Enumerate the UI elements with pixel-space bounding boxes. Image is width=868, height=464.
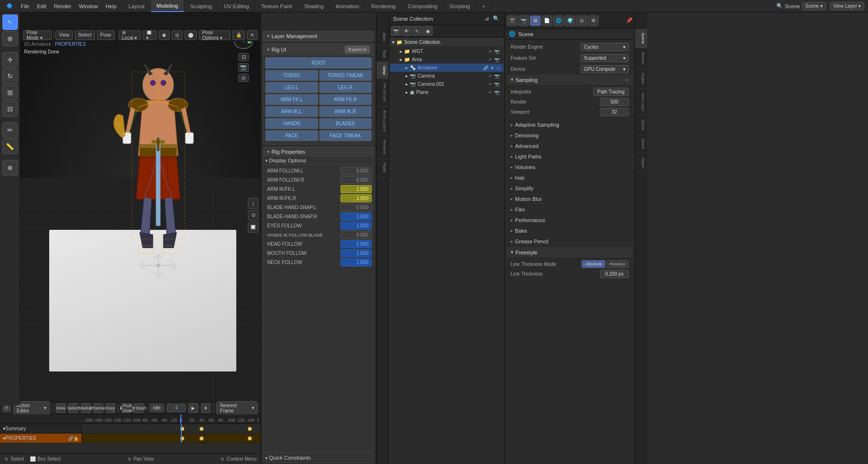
timeline-marker-btn[interactable]: Marker [81,403,91,413]
pose-menu[interactable]: Pose [97,30,115,40]
scene-collection-header[interactable]: ▾ 📁 Scene Collection [390,38,503,46]
tool-annotate[interactable]: ✏ [2,122,18,138]
line-thickness-value[interactable]: 0.200 px [600,270,629,278]
torso-tweak-btn[interactable]: TORSO-TWEAK [319,70,372,81]
outliner-search[interactable]: 🔍 [492,14,501,23]
volumes-section[interactable]: ▸ Volumes [507,162,633,172]
tab-layout[interactable]: Layout [123,0,151,12]
vtab-item[interactable]: Item [377,29,389,46]
leg-r-btn[interactable]: LEG.R [319,82,372,93]
adaptive-sampling-section[interactable]: ▸ Adaptive Sampling [507,120,633,130]
prop-arm-follow-l-val[interactable]: 0.000 [340,167,372,175]
tab-animation[interactable]: Animation [330,0,366,12]
render-engine-dropdown[interactable]: Cycles▾ [581,43,629,51]
tool-scale[interactable]: ⊞ [2,85,18,100]
prop-icon-render[interactable]: 📷 [518,15,529,26]
blades-btn[interactable]: BLADES [319,118,372,129]
advanced-section[interactable]: ▸ Advanced [507,141,633,151]
outliner-item-armature[interactable]: ▸ 🦴 Armature 🔗 ⊕ ◁ [390,64,503,72]
rv-tab-view-layer[interactable]: View Layer [635,89,647,116]
display-options-subheader[interactable]: ▾ Display Options [263,157,374,165]
relative-btn[interactable]: Relative [606,260,629,268]
menu-file[interactable]: File [17,2,33,10]
film-section[interactable]: ▸ Film [507,205,633,214]
vtab-view[interactable]: View [377,62,389,79]
frame-current[interactable]: 4 [167,404,186,412]
timeline-channel-btn[interactable]: Channel [94,403,103,413]
viewport-samples-value[interactable]: 32 [600,108,629,116]
tab-rendering[interactable]: Rendering [366,0,402,12]
menu-edit[interactable]: Edit [34,2,50,10]
prop-icon-modifier[interactable]: ⚙ [588,15,598,26]
scene-selector[interactable]: Scene ▾ [802,2,826,10]
xray-btn[interactable]: ◎ [172,30,183,40]
tab-plus[interactable]: + [476,0,491,12]
rig-properties-header[interactable]: ▾ Rig Properties [263,147,374,157]
viewport-unlock[interactable]: ✕ [247,30,258,40]
prop-icon-scene[interactable]: 🎬 [507,15,517,26]
outliner-item-wgt[interactable]: ▸📁WGT 👁 📷 [390,47,503,55]
tab-uv-editing[interactable]: UV Editing [218,0,255,12]
viewport-shading[interactable]: ⬤ [185,30,197,40]
outliner-icon-select[interactable]: ↖ [412,26,422,36]
prop-mouth-follow-val[interactable]: 1.000 [340,249,372,257]
prop-pin[interactable]: 📌 [626,17,633,24]
leg-l-btn[interactable]: LEG.L [265,82,318,93]
prop-icon-output[interactable]: 🖥 [530,15,541,26]
prop-blade-hand-snap-l-val[interactable]: 0.000 [340,203,372,212]
rv-tab-render[interactable]: Render [635,48,647,69]
tab-texture-paint[interactable]: Texture Paint [255,0,298,12]
render-samples-value[interactable]: 500 [600,98,629,106]
outliner-icon-render[interactable]: 📷 [391,26,401,36]
viewport-lock[interactable]: 🔒 [232,30,245,40]
view-layer-selector[interactable]: View Layer ▾ [830,2,864,10]
timeline-key-btn[interactable]: Key [106,403,115,413]
playback-sync[interactable]: ⏸ [201,403,210,413]
outliner-item-plane[interactable]: ▸▣Plane 👁 📷 [390,88,503,96]
tool-cursor[interactable]: ⊕ [2,31,18,46]
export-ui-btn[interactable]: Export UI [345,46,370,53]
prop-eyes-follow-val[interactable]: 1.000 [340,222,372,230]
tool-measure[interactable]: 📏 [2,139,18,154]
denoising-section[interactable]: ▸ Denoising [507,131,633,140]
tool-move[interactable]: ✛ [2,52,18,67]
overlay-btn[interactable]: ◉ [159,30,170,40]
vtab-bone-layers[interactable]: Bone Layers [377,106,389,136]
quick-constraints-header[interactable]: ▾ Quick Constraints [263,452,374,463]
outliner-icon-hide[interactable]: ◉ [423,26,433,36]
track-summary-lane[interactable] [82,424,260,433]
timeline-view-btn[interactable]: View [56,403,66,413]
tab-modeling[interactable]: Modeling [151,0,185,12]
rv-tab-object[interactable]: Object [635,153,647,172]
performance-section[interactable]: ▸ Performance [507,215,633,225]
outliner-item-camera[interactable]: ▸📷Camera 👁 📷 [390,72,503,80]
freestyle-section-header[interactable]: ▾ Freestyle [507,247,633,257]
root-btn[interactable]: ROOT [265,57,372,68]
prop-icon-view-layer[interactable]: 📄 [542,15,552,26]
simplify-section[interactable]: ▸ Simplify [507,184,633,193]
rig-ui-header[interactable]: ▾ Rig UI Export UI [263,44,374,55]
outliner-item-camera001[interactable]: ▸📷Camera.001 👁 📷 [390,80,503,88]
vtab-rigify[interactable]: Rigify [377,159,389,177]
torso-btn[interactable]: TORSO [265,70,318,81]
integrator-value[interactable]: Path Tracing [593,88,629,96]
sampling-section-header[interactable]: ▾ Sampling ⚙ [507,75,633,85]
arm-ikl-btn[interactable]: ARM IK.L [265,106,318,117]
prop-arm-follow-r-val[interactable]: 0.000 [340,176,372,184]
tab-compositing[interactable]: Compositing [402,0,444,12]
rv-tab-output[interactable]: Output [635,69,647,89]
vtab-rename[interactable]: Rename [377,136,389,159]
action-name[interactable]: Idle [149,404,164,412]
hands-btn[interactable]: HANDS [265,118,318,129]
outliner-icon-visibility[interactable]: 👁 [402,26,411,36]
outliner-item-area[interactable]: ▸📁Area 👁 📷 [390,55,503,64]
prop-head-follow-val[interactable]: 1.000 [340,240,372,248]
track-properties-lane[interactable] [82,434,260,443]
tool-extra[interactable]: ⊗ [2,160,18,175]
grease-pencil-section[interactable]: ▸ Grease Pencil [507,237,633,246]
tab-sculpting[interactable]: Sculpting [184,0,218,12]
device-dropdown[interactable]: GPU Compute▾ [581,65,629,73]
arm-fkl-btn[interactable]: ARM FK.L [265,94,318,105]
menu-blender[interactable]: 🔷 [3,2,16,10]
rv-tab-scene2[interactable]: Scene [635,116,647,135]
